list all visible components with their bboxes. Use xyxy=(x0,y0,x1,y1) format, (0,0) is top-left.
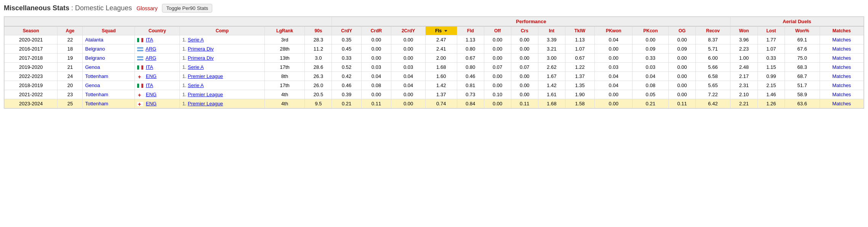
group-aerial: Aerial Duels xyxy=(730,17,863,27)
comp-link[interactable]: Primera Div xyxy=(188,46,214,52)
col-won: Won xyxy=(730,26,757,35)
matches-link[interactable]: Matches xyxy=(832,73,851,79)
cell-lost: 0.99 xyxy=(757,72,785,81)
country-link[interactable]: ENG xyxy=(146,92,157,97)
cell-tklw: 1.07 xyxy=(565,44,594,54)
cell-crs: 0.00 xyxy=(511,81,538,90)
comp-link[interactable]: Serie A xyxy=(188,64,204,70)
cell-matches[interactable]: Matches xyxy=(820,44,863,54)
toggle-per90-button[interactable]: Toggle Per90 Stats xyxy=(162,4,212,13)
squad-link[interactable]: Genoa xyxy=(85,83,100,88)
country-link[interactable]: ITA xyxy=(146,37,153,43)
matches-link[interactable]: Matches xyxy=(832,55,851,61)
squad-link[interactable]: Belgrano xyxy=(85,55,105,61)
cell-crdr: 0.00 xyxy=(361,44,391,54)
matches-link[interactable]: Matches xyxy=(832,46,851,52)
cell-squad[interactable]: Tottenham xyxy=(83,99,135,108)
comp-link[interactable]: Premier League xyxy=(188,92,223,97)
col-tklw: TklW xyxy=(565,26,594,35)
cell-lgrank: 8th xyxy=(264,72,305,81)
cell-wonpct: 69.1 xyxy=(785,35,820,44)
cell-tklw: 1.35 xyxy=(565,81,594,90)
cell-og: 0.00 xyxy=(669,54,696,63)
cell-age: 20 xyxy=(58,81,83,90)
stats-table-wrapper: Performance Aerial Duels Season Age Squa… xyxy=(4,16,864,109)
cell-tklw: 0.67 xyxy=(565,54,594,63)
cell-recov: 7.22 xyxy=(696,90,730,99)
cell-squad[interactable]: Belgrano xyxy=(83,44,135,54)
table-row: 2019-2020 21 Genoa ITA 1. Serie A 17th 2… xyxy=(5,63,864,72)
country-link[interactable]: ITA xyxy=(146,64,153,70)
matches-link[interactable]: Matches xyxy=(832,92,851,97)
cell-int: 2.62 xyxy=(538,63,565,72)
cell-matches[interactable]: Matches xyxy=(820,63,863,72)
cell-recov: 5.66 xyxy=(696,63,730,72)
stats-table: Performance Aerial Duels Season Age Squa… xyxy=(4,17,864,108)
comp-link[interactable]: Serie A xyxy=(188,37,204,43)
squad-link[interactable]: Tottenham xyxy=(85,92,108,97)
squad-link[interactable]: Atalanta xyxy=(85,37,103,43)
cell-pkwon: 0.00 xyxy=(594,54,633,63)
cell-squad[interactable]: Genoa xyxy=(83,81,135,90)
cell-tklw: 1.90 xyxy=(565,90,594,99)
cell-country: ITA xyxy=(135,63,180,72)
col-wonpct: Won% xyxy=(785,26,820,35)
cell-country: ENG xyxy=(135,72,180,81)
table-row: 2022-2023 24 Tottenham ENG 1. Premier Le… xyxy=(5,72,864,81)
matches-link[interactable]: Matches xyxy=(832,83,851,88)
col-country: Country xyxy=(135,26,180,35)
cell-og: 0.00 xyxy=(669,90,696,99)
cell-matches[interactable]: Matches xyxy=(820,35,863,44)
country-link[interactable]: ARG xyxy=(146,55,156,61)
comp-link[interactable]: Primera Div xyxy=(188,55,214,61)
cell-squad[interactable]: Atalanta xyxy=(83,35,135,44)
comp-link[interactable]: Premier League xyxy=(188,73,223,79)
matches-link[interactable]: Matches xyxy=(832,37,851,43)
cell-matches[interactable]: Matches xyxy=(820,54,863,63)
cell-recov: 8.37 xyxy=(696,35,730,44)
cell-season: 2022-2023 xyxy=(5,72,58,81)
squad-link[interactable]: Belgrano xyxy=(85,46,105,52)
cell-pkcon: 0.08 xyxy=(633,81,669,90)
cell-age: 21 xyxy=(58,63,83,72)
country-link[interactable]: ARG xyxy=(146,46,156,52)
cell-squad[interactable]: Tottenham xyxy=(83,72,135,81)
comp-link[interactable]: Serie A xyxy=(188,83,204,88)
table-row: 2016-2017 18 Belgrano ARG 1. Primera Div… xyxy=(5,44,864,54)
cell-matches[interactable]: Matches xyxy=(820,90,863,99)
matches-link[interactable]: Matches xyxy=(832,101,851,106)
cell-comp: 1. Premier League xyxy=(180,90,264,99)
cell-matches[interactable]: Matches xyxy=(820,81,863,90)
cell-crs: 0.00 xyxy=(511,54,538,63)
col-fls[interactable]: Fls xyxy=(425,26,457,35)
country-link[interactable]: ITA xyxy=(146,83,153,88)
squad-link[interactable]: Tottenham xyxy=(85,73,108,79)
cell-squad[interactable]: Belgrano xyxy=(83,54,135,63)
flag-icon xyxy=(137,93,143,97)
cell-pkwon: 0.04 xyxy=(594,72,633,81)
comp-link[interactable]: Premier League xyxy=(188,101,223,106)
cell-2crdy: 0.04 xyxy=(391,72,426,81)
cell-crdr: 0.11 xyxy=(361,99,391,108)
cell-squad[interactable]: Genoa xyxy=(83,63,135,72)
glossary-button[interactable]: Glossary xyxy=(136,5,157,11)
squad-link[interactable]: Genoa xyxy=(85,64,100,70)
cell-won: 2.21 xyxy=(730,99,757,108)
country-link[interactable]: ENG xyxy=(146,101,157,106)
cell-country: ENG xyxy=(135,99,180,108)
cell-fls: 1.60 xyxy=(425,72,457,81)
comp-rank: 1. xyxy=(182,55,186,61)
cell-fls: 2.47 xyxy=(425,35,457,44)
country-link[interactable]: ENG xyxy=(146,73,157,79)
cell-og: 0.11 xyxy=(669,99,696,108)
cell-matches[interactable]: Matches xyxy=(820,99,863,108)
cell-lgrank: 28th xyxy=(264,44,305,54)
cell-fls: 1.42 xyxy=(425,81,457,90)
matches-link[interactable]: Matches xyxy=(832,64,851,70)
cell-int: 3.00 xyxy=(538,54,565,63)
cell-season: 2020-2021 xyxy=(5,35,58,44)
squad-link[interactable]: Tottenham xyxy=(85,101,108,106)
cell-squad[interactable]: Tottenham xyxy=(83,90,135,99)
cell-matches[interactable]: Matches xyxy=(820,72,863,81)
cell-won: 2.17 xyxy=(730,72,757,81)
